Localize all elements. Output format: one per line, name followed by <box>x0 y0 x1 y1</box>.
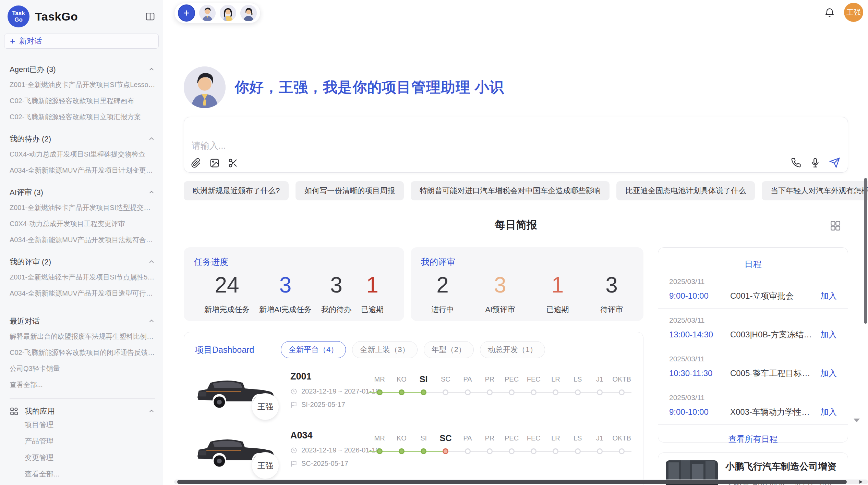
send-icon[interactable] <box>829 157 840 168</box>
phone-call-icon[interactable] <box>791 158 801 168</box>
sidebar-task-item[interactable]: Z001-全新燃油皮卡产品开发项目SI节点Lesson Learn报告 <box>10 77 155 93</box>
dashboard-tab[interactable]: 年型（2） <box>424 341 474 358</box>
event-name: C001-立项审批会 <box>730 290 816 301</box>
sidebar-task-item[interactable]: C0X4-动力总成开发项目工程变更评审 <box>10 216 155 232</box>
recent-chat-item[interactable]: 解释最新出台的欧盟报废车法规再生塑料比例被调至15%... <box>10 328 155 345</box>
suggestion-chip[interactable]: 当下年轻人对汽车外观有怎样的喜好趋势 <box>762 181 868 200</box>
section-header[interactable]: 我的评审 (2) <box>10 257 155 267</box>
attachment-icon[interactable] <box>191 158 201 168</box>
dashboard-title: 项目Dashboard <box>195 344 281 356</box>
sidebar-task-item[interactable]: C02-飞腾新能源轻客改款项目里程碑画布 <box>10 93 155 109</box>
app-sub-item[interactable]: 产品管理 <box>10 433 155 449</box>
layout-grid-icon[interactable] <box>830 220 841 232</box>
milestone-label: SI <box>412 373 434 385</box>
notification-bell-icon[interactable] <box>824 7 835 18</box>
section-label: 我的待办 (2) <box>10 134 51 144</box>
join-button[interactable]: 加入 <box>820 329 837 340</box>
app-sub-item[interactable]: 查看全部... <box>10 466 155 482</box>
chevron-up-icon[interactable] <box>148 318 155 325</box>
avatar-contact-3[interactable] <box>240 5 257 21</box>
sidebar-collapse-icon[interactable] <box>145 11 155 22</box>
sidebar-task-item[interactable]: A034-全新新能源MUV产品开发项目造型可行性评审 <box>10 285 155 301</box>
project-info: Z0012023-12-19 ~ 2027-01-19SI-2025-05-17 <box>281 368 369 409</box>
dashboard-tab[interactable]: 全新上装（3） <box>352 341 417 358</box>
sidebar-task-item[interactable]: Z001-全新燃油轻卡产品开发项目SI造型提交物评审 <box>10 200 155 216</box>
join-button[interactable]: 加入 <box>820 290 837 301</box>
scroll-right-arrow-icon[interactable] <box>859 480 863 484</box>
stat-label: 新增AI完成任务 <box>259 304 312 315</box>
milestone-dot <box>399 448 405 454</box>
sidebar: Task Go TaskGo + 新对话 Agent已办 (3)Z001-全新燃… <box>0 0 163 485</box>
chevron-up-icon[interactable] <box>148 258 155 266</box>
recent-chat-item[interactable]: 查看全部... <box>10 377 155 393</box>
horizontal-scrollbar-thumb[interactable] <box>177 480 847 484</box>
user-avatar[interactable]: 王强 <box>844 3 863 22</box>
chevron-up-icon[interactable] <box>148 189 155 196</box>
sidebar-task-item[interactable]: Z001-全新燃油轻卡产品开发项目SI节点属性5D文件评审 <box>10 269 155 285</box>
flag-text: SI-2025-05-17 <box>301 401 345 409</box>
sidebar-item-my-apps[interactable]: 我的应用 <box>10 406 155 416</box>
event-date: 2025/03/11 <box>669 277 837 286</box>
recent-chat-item[interactable]: 公司Q3轻卡销量 <box>10 361 155 377</box>
schedule-event: 2025/03/119:00-10:00C001-立项审批会加入 <box>658 270 848 309</box>
schedule-card: 日程 2025/03/119:00-10:00C001-立项审批会加入2025/… <box>658 247 848 443</box>
sidebar-task-item[interactable]: A034-全新新能源MUV产品开发项目计划变更表编写 <box>10 162 155 178</box>
milestone-track: MRKOSISCPAPRPECFECLRLSJ1OKTB <box>369 427 633 454</box>
app-sub-item[interactable]: 变更管理 <box>10 449 155 466</box>
section-label: Agent已办 (3) <box>10 64 56 75</box>
chevron-up-icon[interactable] <box>148 408 155 415</box>
section-header[interactable]: Agent已办 (3) <box>10 64 155 75</box>
section-header[interactable]: 我的待办 (2) <box>10 134 155 144</box>
section-header[interactable]: AI评审 (3) <box>10 187 155 198</box>
message-input[interactable]: 请输入... <box>184 117 848 173</box>
suggestion-chip[interactable]: 如何写一份清晰的项目周报 <box>296 181 404 200</box>
image-upload-icon[interactable] <box>209 158 220 168</box>
milestone-dot <box>575 389 581 395</box>
horizontal-scrollbar[interactable] <box>174 480 868 484</box>
scissors-icon[interactable] <box>228 158 238 168</box>
stat-value: 1 <box>546 272 569 298</box>
top-right-bar: 王强 <box>824 3 863 22</box>
app-sub-item[interactable]: 项目管理 <box>10 416 155 433</box>
view-all-schedule-link[interactable]: 查看所有日程 <box>658 425 848 453</box>
dashboard-tab[interactable]: 全新平台（4） <box>281 341 346 358</box>
sidebar-task-item[interactable]: A034-全新新能源MUV产品开发项目法规符合性评审 <box>10 232 155 248</box>
sidebar-task-item[interactable]: C02-飞腾新能源轻客改款项目立项汇报方案 <box>10 109 155 125</box>
recent-chat-item[interactable]: C02-飞腾新能源轻客改款项目的闭环通告反馈情况 <box>10 345 155 361</box>
suggestion-chip[interactable]: 比亚迪全固态电池计划具体说了什么 <box>616 181 755 200</box>
project-owner-badge: 王强 <box>252 393 279 420</box>
avatar-contact-2[interactable] <box>220 5 236 21</box>
project-row: 王强Z0012023-12-19 ~ 2027-01-19SI-2025-05-… <box>184 368 643 419</box>
new-chat-button[interactable]: + 新对话 <box>4 34 159 49</box>
vertical-scrollbar-thumb[interactable] <box>864 178 867 324</box>
chevron-up-icon[interactable] <box>148 135 155 143</box>
join-button[interactable]: 加入 <box>820 368 837 379</box>
milestone-dot <box>553 389 558 395</box>
stat-value: 2 <box>431 272 454 298</box>
sidebar-header: Task Go TaskGo <box>0 0 163 31</box>
chevron-up-icon[interactable] <box>148 66 155 73</box>
suggestion-chip[interactable]: 欧洲新规最近颁布了什么? <box>184 181 289 200</box>
app-screen: Task Go TaskGo + 新对话 Agent已办 (3)Z001-全新燃… <box>0 0 868 485</box>
stat-value: 3 <box>485 272 515 298</box>
stat-value: 3 <box>259 272 312 298</box>
conversation-avatar-bar <box>174 3 261 23</box>
project-code: Z001 <box>290 371 369 382</box>
section-recent-chats[interactable]: 最近对话 <box>10 316 155 326</box>
milestone-label: PA <box>457 373 479 385</box>
suggestion-chip[interactable]: 特朗普可能对进口汽车增税会对中国车企造成哪些影响 <box>411 181 610 200</box>
microphone-icon[interactable] <box>810 158 820 168</box>
add-conversation-button[interactable] <box>178 4 195 22</box>
stat-item: 1已逾期 <box>361 272 384 315</box>
date-range-text: 2023-12-19 ~ 2026-01-19 <box>301 446 379 454</box>
dashboard-tab[interactable]: 动总开发（1） <box>480 341 545 358</box>
avatar-contact-1[interactable] <box>199 5 216 21</box>
milestone-label: FEC <box>523 373 545 385</box>
join-button[interactable]: 加入 <box>820 407 837 418</box>
greeting-row: 你好，王强，我是你的项目管理助理 小识 <box>184 66 504 108</box>
event-date: 2025/03/11 <box>669 394 837 402</box>
project-row: 王强A0342023-12-19 ~ 2026-01-19SC-2025-05-… <box>184 427 643 478</box>
scroll-down-arrow-icon[interactable] <box>854 419 860 422</box>
sidebar-task-item[interactable]: C0X4-动力总成开发项目SI里程碑提交物检查 <box>10 146 155 162</box>
section-label: AI评审 (3) <box>10 187 43 198</box>
